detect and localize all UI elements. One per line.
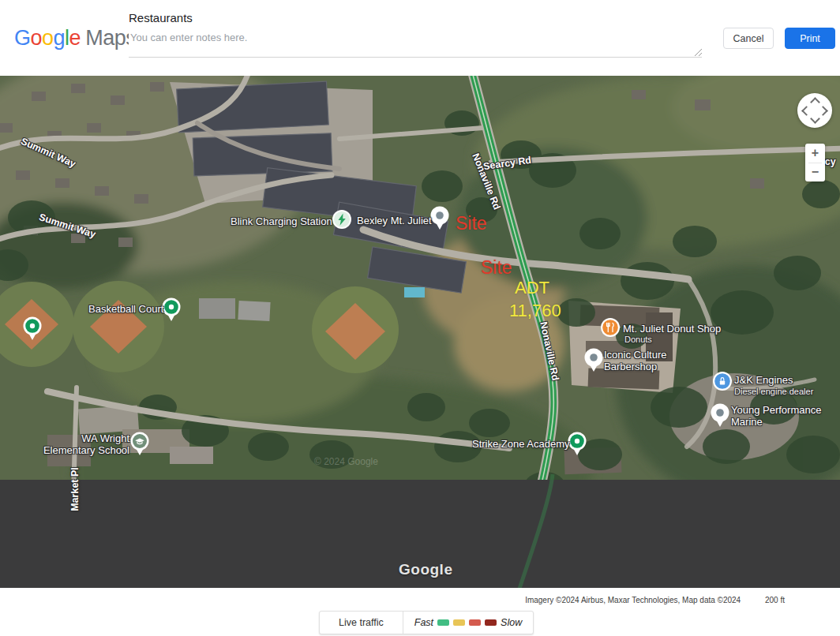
restaurant-icon <box>599 317 621 344</box>
traffic-legend: Live traffic Fast Slow <box>319 611 534 634</box>
charging-station-pin <box>331 208 353 235</box>
page-title: Restaurants <box>129 11 193 24</box>
park-dot-icon <box>21 316 43 342</box>
map-dot-icon <box>583 347 605 374</box>
park-pin <box>21 316 43 342</box>
padlock-icon <box>711 371 733 398</box>
school-pin <box>129 431 151 458</box>
label-line: Barbershop <box>604 361 666 372</box>
label-blink-charging-station: Blink Charging Station <box>231 215 332 227</box>
fast-label: Fast <box>414 617 433 628</box>
donut-shop-pin <box>599 317 621 344</box>
scale-label: 200 ft <box>765 596 785 604</box>
label-jk-engines-category: Diesel engine dealer <box>734 387 813 396</box>
google-watermark: Google <box>399 561 452 578</box>
label-iconic-culture-barbershop: Iconic Culture Barbershop <box>604 349 666 372</box>
textarea-resize-handle-icon[interactable] <box>693 47 702 56</box>
pan-control[interactable] <box>797 93 832 128</box>
map-attribution: Imagery ©2024 Airbus, Maxar Technologies… <box>525 596 785 604</box>
annotation-adt-label: ADT <box>515 278 549 298</box>
google-maps-logo: GoogleMaps <box>14 26 136 51</box>
label-donut-shop: Mt. Juliet Donut Shop <box>623 323 721 335</box>
road-label-market-pl: Market Pl <box>69 467 81 511</box>
zoom-in-button[interactable]: + <box>805 144 825 163</box>
live-traffic-selector[interactable]: Live traffic <box>320 612 403 634</box>
map-dot-icon <box>429 205 451 232</box>
label-basketball-court: Basketball Court <box>88 303 163 315</box>
traffic-speed-scale: Fast Slow <box>403 612 533 634</box>
annotation-site-lower: Site <box>481 257 512 279</box>
label-line: Iconic Culture <box>604 349 666 361</box>
label-line: Marine <box>731 416 821 428</box>
chevron-down-icon[interactable] <box>810 114 820 124</box>
young-performance-pin <box>709 402 731 429</box>
cancel-button[interactable]: Cancel <box>723 28 774 49</box>
map-canvas[interactable]: © 2024 Google Summit Way Summit Way Sear… <box>0 76 840 588</box>
label-line: WA Wright <box>21 432 129 444</box>
traffic-speed-swatches <box>437 619 497 626</box>
label-strike-zone-academy: Strike Zone Academy <box>472 438 570 450</box>
chevron-right-icon[interactable] <box>818 106 828 116</box>
label-jk-engines: J&K Engines <box>734 374 793 386</box>
zoom-control[interactable]: + − <box>805 144 825 181</box>
attribution-text: Imagery ©2024 Airbus, Maxar Technologies… <box>525 596 741 604</box>
annotation-site-upper: Site <box>456 213 487 234</box>
label-bexley-mt-juliet: Bexley Mt. Juliet <box>357 215 432 226</box>
label-line: Young Performance <box>731 404 821 416</box>
slow-label: Slow <box>501 617 522 628</box>
bexley-pin <box>429 205 451 232</box>
zoom-out-button[interactable]: − <box>805 163 825 182</box>
print-button[interactable]: Print <box>785 28 835 49</box>
label-line: Elementary School <box>21 444 129 456</box>
label-donut-shop-category: Donuts <box>624 335 652 344</box>
print-header: GoogleMaps Restaurants Cancel Print <box>0 0 840 76</box>
barbershop-pin <box>583 347 605 374</box>
lightning-bolt-icon <box>331 208 353 235</box>
inline-imagery-watermark: © 2024 Google <box>314 456 378 467</box>
map-dot-icon <box>709 402 731 429</box>
chevron-left-icon[interactable] <box>801 106 812 116</box>
graduation-cap-icon <box>129 431 151 458</box>
chevron-up-icon[interactable] <box>810 97 820 107</box>
jk-engines-pin <box>711 371 733 398</box>
label-young-performance-marine: Young Performance Marine <box>731 404 821 428</box>
google-logo-letters: Google <box>14 26 81 50</box>
notes-input[interactable] <box>129 30 702 58</box>
annotation-adt-value: 11,760 <box>509 301 561 321</box>
label-wa-wright-elementary: WA Wright Elementary School <box>21 432 129 456</box>
